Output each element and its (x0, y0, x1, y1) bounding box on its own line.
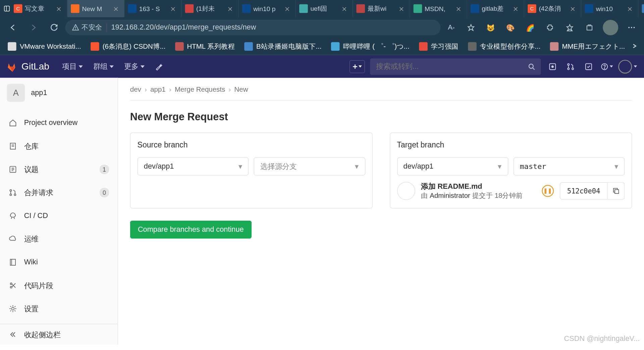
target-project-select[interactable]: dev/app1▾ (397, 157, 508, 175)
compare-branches-button[interactable]: Compare branches and continue (130, 221, 252, 239)
close-tab-icon[interactable] (114, 5, 120, 12)
search-box[interactable] (370, 58, 541, 75)
bookmark-0[interactable]: VMware Workstati... (3, 39, 85, 54)
browser-chrome: C写文章New M163 - S(1封未win10 puefi固最新wiMSDN… (0, 0, 644, 55)
project-header[interactable]: A app1 (0, 78, 118, 108)
close-tab-icon[interactable] (457, 5, 463, 12)
copy-sha-button[interactable] (607, 182, 625, 200)
breadcrumb-item[interactable]: dev (130, 86, 141, 93)
close-tab-icon[interactable] (571, 5, 577, 12)
bookmark-label: 哔哩哔哩 ( ゜- ゜)つ... (343, 42, 410, 51)
close-tab-icon[interactable] (171, 5, 177, 12)
svg-point-33 (75, 29, 76, 30)
browser-tab-2[interactable]: 163 - S (124, 0, 181, 17)
commit-time: 18分钟前 (495, 192, 523, 199)
favorites-bar-button[interactable] (561, 20, 579, 35)
target-branch-select[interactable]: master▾ (514, 157, 625, 175)
bookmark-7[interactable]: MME用エフェクト... (546, 39, 628, 54)
browser-tab-8[interactable]: gitlab差 (467, 0, 524, 17)
forward-button[interactable] (24, 20, 43, 35)
sidebar-item-issues[interactable]: 议题1 (0, 158, 118, 181)
close-tab-icon[interactable] (628, 5, 634, 12)
svg-point-68 (12, 307, 14, 310)
create-new-button[interactable] (350, 60, 365, 73)
gitlab-logo[interactable]: GitLab (7, 61, 49, 72)
browser-tab-5[interactable]: uefi固 (296, 0, 353, 17)
profile-button[interactable] (603, 20, 618, 35)
nav-admin-wrench[interactable] (151, 58, 167, 75)
bookmark-3[interactable]: B站录播姬电脑版下... (240, 39, 326, 54)
breadcrumb-item[interactable]: app1 (150, 86, 166, 93)
search-input[interactable] (376, 62, 528, 71)
bookmark-5[interactable]: 学习强国 (415, 39, 463, 54)
nav-projects[interactable]: 项目 (58, 58, 87, 75)
todos-button[interactable] (582, 60, 595, 73)
address-input[interactable]: 不安全 192.168.2.20/dev/app1/merge_requests… (65, 20, 441, 35)
issues-button[interactable] (546, 60, 559, 73)
nav-more[interactable]: 更多 (120, 58, 149, 75)
ext-3[interactable]: 🌈 (521, 20, 539, 35)
browser-tab-10[interactable]: win10 (581, 0, 638, 17)
browser-tab-0[interactable]: C写文章 (10, 0, 67, 17)
browser-tab-1[interactable]: New M (67, 0, 124, 17)
sidebar-item-home[interactable]: Project overview (0, 112, 118, 135)
tab-favicon (414, 4, 422, 13)
source-branch-select[interactable]: 选择源分支▾ (254, 157, 365, 175)
issues-icon (9, 165, 17, 174)
commit-author[interactable]: Administrator (430, 192, 470, 199)
bookmark-2[interactable]: HTML 系列教程 (171, 39, 239, 54)
chevron-down-icon: ▾ (614, 162, 619, 171)
bookmark-favicon (91, 42, 99, 51)
favorites-button[interactable] (462, 20, 480, 35)
commit-author-avatar[interactable] (397, 182, 415, 200)
browser-tab-6[interactable]: 最新wi (353, 0, 410, 17)
commit-title[interactable]: 添加 README.md (421, 181, 536, 191)
close-tab-icon[interactable] (342, 5, 349, 12)
sidebar-item-scissors[interactable]: 代码片段 (0, 274, 118, 297)
merge-requests-button[interactable] (564, 60, 577, 73)
user-menu[interactable] (618, 59, 637, 73)
bookmark-overflow[interactable] (629, 39, 641, 54)
close-tab-icon[interactable] (514, 5, 520, 12)
menu-button[interactable] (623, 20, 641, 35)
collapse-sidebar-button[interactable]: 收起侧边栏 (0, 324, 118, 345)
bookmark-1[interactable]: (6条消息) CSDN博... (86, 39, 170, 54)
nav-groups[interactable]: 群组 (89, 58, 118, 75)
close-tab-icon[interactable] (228, 5, 235, 12)
close-tab-icon[interactable] (57, 5, 63, 12)
source-project-select[interactable]: dev/app1▾ (138, 157, 249, 175)
ext-2[interactable]: 🎨 (501, 20, 520, 35)
read-aloud-button[interactable]: A» (442, 20, 460, 35)
bookmark-4[interactable]: 哔哩哔哩 ( ゜- ゜)つ... (327, 39, 414, 54)
sidebar-item-rocket[interactable]: CI / CD (0, 204, 118, 227)
breadcrumb-item[interactable]: Merge Requests (175, 86, 225, 93)
tab-favicon: C (14, 4, 22, 13)
commit-sha[interactable]: 512c0e04 (560, 182, 607, 200)
browser-tab-3[interactable]: (1封未 (181, 0, 238, 17)
bookmark-label: (6条消息) CSDN博... (103, 42, 166, 51)
sidebar-item-cloud[interactable]: 运维 (0, 227, 118, 251)
bookmark-favicon (550, 42, 559, 51)
refresh-button[interactable] (45, 20, 63, 35)
back-button[interactable] (3, 20, 22, 35)
browser-tab-11[interactable]: window (638, 0, 644, 17)
pipeline-status-icon[interactable]: ❚❚ (542, 185, 554, 197)
browser-tab-4[interactable]: win10 p (239, 0, 296, 17)
ext-1[interactable]: 😺 (482, 20, 500, 35)
sidebar-item-merge[interactable]: 合并请求0 (0, 181, 118, 204)
close-tab-icon[interactable] (285, 5, 292, 12)
breadcrumb-item[interactable]: New (234, 86, 248, 93)
extensions-button[interactable] (541, 20, 559, 35)
collections-button[interactable] (581, 20, 599, 35)
sidebar-item-file[interactable]: 仓库 (0, 135, 118, 158)
browser-tab-9[interactable]: C(42条消 (524, 0, 581, 17)
tab-list-button[interactable] (3, 2, 10, 15)
security-indicator[interactable]: 不安全 (72, 23, 102, 32)
sidebar-item-gear[interactable]: 设置 (0, 297, 118, 320)
sidebar-item-book[interactable]: Wiki (0, 251, 118, 274)
close-tab-icon[interactable] (399, 5, 406, 12)
help-button[interactable] (600, 60, 613, 73)
sidebar-item-label: 仓库 (24, 141, 39, 151)
browser-tab-7[interactable]: MSDN, (410, 0, 467, 17)
bookmark-6[interactable]: 专业模型创作分享... (464, 39, 545, 54)
